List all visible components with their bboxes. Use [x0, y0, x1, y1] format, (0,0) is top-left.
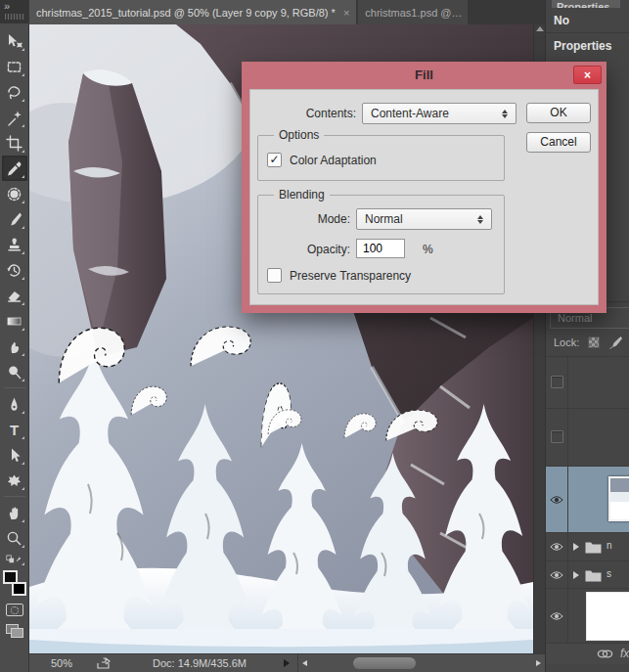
quick-selection-tool[interactable] — [2, 105, 27, 130]
history-brush-tool[interactable] — [2, 257, 27, 283]
tab-properties[interactable]: Properties — [552, 0, 620, 8]
pen-tool[interactable] — [2, 391, 27, 417]
status-popup-arrow-icon[interactable] — [284, 659, 290, 667]
collapse-panel-icon[interactable]: » — [4, 0, 10, 12]
visibility-column[interactable] — [546, 561, 568, 588]
lock-pixels-brush-icon[interactable] — [607, 336, 622, 349]
hand-tool[interactable] — [2, 500, 27, 525]
export-icon[interactable] — [96, 657, 112, 670]
contents-dropdown[interactable]: Content-Aware — [362, 103, 517, 124]
lock-transparency-icon[interactable] — [588, 336, 600, 348]
color-adaptation-label: Color Adaptation — [290, 154, 377, 167]
visibility-column[interactable] — [546, 533, 568, 560]
ok-button[interactable]: OK — [526, 103, 591, 123]
zoom-level-field[interactable]: 50% — [51, 657, 84, 669]
spot-healing-tool[interactable] — [2, 181, 27, 206]
preserve-transparency-checkbox[interactable] — [267, 268, 282, 283]
visibility-off-box[interactable] — [551, 376, 563, 388]
updown-arrows-icon — [477, 213, 484, 226]
dialog-title: Fill — [242, 62, 607, 89]
scroll-up-arrow-icon[interactable] — [536, 26, 544, 31]
background-color-swatch[interactable] — [12, 582, 26, 596]
quick-mask-icon — [11, 606, 19, 614]
options-group: Options ✓ Color Adaptation — [257, 135, 505, 181]
layer-group-row-1[interactable]: n — [546, 532, 629, 560]
photoshop-window: christmas_2015_tutorial.psd @ 50% (Layer… — [0, 0, 629, 672]
layer-row-hidden-2[interactable] — [546, 408, 629, 466]
crop-tool[interactable] — [2, 130, 27, 156]
layer-row-white[interactable] — [546, 588, 629, 643]
preserve-transparency-label: Preserve Transparency — [290, 269, 411, 283]
tab-document-1-label: christmas_2015_tutorial.psd @ 50% (Layer… — [36, 7, 336, 19]
custom-shape-tool[interactable] — [2, 468, 27, 493]
toolbar-separator — [4, 496, 25, 497]
group-expand-arrow-icon[interactable] — [573, 571, 579, 579]
layer-group-row-2[interactable]: s — [546, 560, 629, 588]
gradient-tool[interactable] — [2, 308, 27, 334]
eye-icon[interactable] — [550, 542, 563, 552]
layers-panel: Normal Lock: — [546, 301, 629, 672]
folder-icon — [585, 569, 602, 582]
group-name[interactable]: s — [607, 568, 611, 579]
quick-mask-button[interactable] — [6, 604, 23, 616]
smudge-tool[interactable] — [2, 334, 27, 359]
layer-thumbnail[interactable] — [586, 592, 629, 641]
eye-icon[interactable] — [550, 611, 563, 621]
opacity-label: Opacity: — [258, 243, 350, 256]
zoom-tool[interactable] — [2, 525, 27, 551]
move-tool[interactable] — [2, 28, 27, 54]
eye-icon[interactable] — [550, 570, 563, 580]
scroll-right-arrow-icon[interactable] — [536, 660, 541, 666]
toolbar-header: » — [0, 0, 28, 23]
mode-dropdown[interactable]: Normal — [356, 208, 492, 230]
updown-arrows-icon — [502, 108, 509, 120]
layer-row-selected[interactable] — [546, 466, 629, 532]
path-selection-tool[interactable] — [2, 442, 27, 468]
layer-thumbnail[interactable] — [608, 476, 629, 521]
options-legend: Options — [274, 128, 324, 142]
eyedropper-tool[interactable] — [2, 156, 27, 181]
blending-legend: Blending — [274, 188, 330, 202]
opacity-input[interactable] — [356, 239, 405, 258]
blend-mode-value: Normal — [558, 312, 592, 324]
layers-panel-footer: fx — [546, 643, 629, 664]
color-adaptation-checkbox[interactable]: ✓ — [267, 153, 282, 167]
tab-document-2[interactable]: christmas1.psd @… × — [358, 0, 468, 24]
dialog-close-button[interactable]: × — [573, 66, 602, 84]
horizontal-scrollbar[interactable] — [297, 654, 545, 672]
eye-icon[interactable] — [550, 495, 563, 505]
link-layers-icon[interactable] — [597, 649, 613, 659]
folder-icon — [585, 541, 602, 554]
visibility-off-box[interactable] — [551, 430, 563, 443]
document-tabbar: christmas_2015_tutorial.psd @ 50% (Layer… — [29, 0, 545, 24]
visibility-column[interactable] — [546, 409, 568, 466]
tools-panel: » T — [0, 0, 29, 672]
panel-grip-handle[interactable] — [5, 14, 24, 20]
screen-rect-icon — [11, 628, 23, 638]
clone-stamp-tool[interactable] — [2, 232, 27, 257]
tab-close-icon[interactable]: × — [343, 7, 349, 19]
blending-group: Blending Mode: Normal Opacity: % Preserv… — [257, 195, 505, 294]
fill-dialog: Fill × Contents: Content-Aware OK Cancel… — [242, 62, 607, 313]
swap-colors-icon[interactable] — [2, 551, 27, 568]
visibility-column[interactable] — [546, 589, 568, 643]
screen-mode-button[interactable] — [6, 624, 23, 638]
group-expand-arrow-icon[interactable] — [573, 543, 579, 551]
visibility-column[interactable] — [546, 467, 568, 532]
eraser-tool[interactable] — [2, 283, 27, 308]
tab-document-1[interactable]: christmas_2015_tutorial.psd @ 50% (Layer… — [29, 0, 356, 24]
type-tool[interactable]: T — [2, 417, 27, 442]
brush-tool[interactable] — [2, 206, 27, 232]
horizontal-scroll-thumb[interactable] — [353, 657, 416, 669]
group-name[interactable]: n — [607, 540, 612, 551]
scroll-left-arrow-icon[interactable] — [302, 660, 307, 666]
marquee-tool[interactable] — [2, 54, 27, 79]
layer-row-hidden-1[interactable] — [546, 356, 629, 408]
layer-effects-icon[interactable]: fx — [620, 647, 629, 660]
cancel-button[interactable]: Cancel — [526, 132, 591, 153]
dodge-tool[interactable] — [2, 359, 27, 384]
dialog-body: Contents: Content-Aware OK Cancel Option… — [249, 89, 599, 305]
foreground-background-swatches[interactable] — [3, 570, 26, 596]
lasso-tool[interactable] — [2, 79, 27, 105]
visibility-column[interactable] — [546, 357, 568, 408]
